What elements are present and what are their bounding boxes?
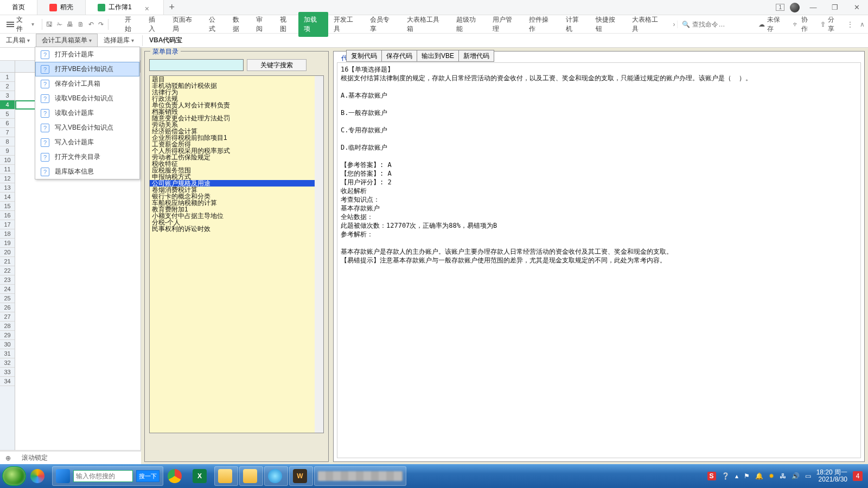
tab-home[interactable]: 首页 [0,0,37,15]
avatar[interactable] [790,3,800,12]
row-head-24[interactable]: 24 [0,285,15,294]
row-head-8[interactable]: 8 [0,137,15,146]
code-btn-3[interactable]: 新增代码 [458,50,494,62]
ribbon-tab-7[interactable]: 加载项 [298,12,328,37]
close-icon[interactable]: × [145,4,151,11]
ribbon-tab-5[interactable]: 审阅 [251,12,275,37]
ime-icon[interactable]: S [707,472,716,480]
accounting-toolbox-menu[interactable]: 会计工具箱菜单 [36,34,98,47]
row-head-4[interactable]: 4 [0,100,15,110]
row-head-1[interactable]: 1 [0,73,15,82]
tray-chevron-icon[interactable]: ▴ [735,472,738,480]
row-head-21[interactable]: 21 [0,257,15,266]
dropdown-item-8[interactable]: ?题库版本信息 [35,164,139,179]
more-icon[interactable]: ⋮ [847,21,853,28]
row-head-17[interactable]: 17 [0,220,15,229]
row-head-32[interactable]: 32 [0,358,15,368]
print-icon[interactable]: 🖶 [67,21,73,28]
ribbon-tab-6[interactable]: 视图 [275,12,298,37]
row-head-34[interactable]: 34 [0,377,15,386]
row-head-7[interactable]: 7 [0,128,15,137]
row-head-15[interactable]: 15 [0,202,15,211]
collab-button[interactable]: ᯤ协作 [793,15,814,34]
dropdown-item-7[interactable]: ?打开文件夹目录 [35,150,139,164]
taskbar-explorer[interactable] [239,466,263,486]
code-btn-2[interactable]: 输出到VBE [417,50,459,62]
row-head-12[interactable]: 12 [0,174,15,183]
dropdown-item-2[interactable]: ?保存会计工具箱 [35,76,139,91]
taskbar-blurred[interactable] [314,466,406,486]
dropdown-item-3[interactable]: ?读取VBE会计知识点 [35,91,139,106]
maximize-button[interactable]: ❐ [827,3,843,11]
app-menu-button[interactable]: 文件▾ [3,14,37,35]
row-head-27[interactable]: 27 [0,312,15,322]
redo-icon[interactable]: ↷ [98,21,104,28]
dropdown-item-5[interactable]: ?写入VBE会计知识点 [35,120,139,135]
code-text[interactable]: 16【单项选择题】 根据支付结算法律制度的规定，存款人日常经营活动的资金收付，以… [337,62,861,458]
row-head-2[interactable]: 2 [0,82,15,91]
tray-help-icon[interactable]: ❔ [722,472,730,480]
row-head-33[interactable]: 33 [0,368,15,377]
select-all-corner[interactable] [0,61,15,73]
print-preview-icon[interactable]: ✁ [57,21,62,28]
tray-bell-icon[interactable]: 🔔 [755,472,763,480]
window-mode-icon[interactable]: 1 [776,4,784,11]
row-head-6[interactable]: 6 [0,119,15,128]
taskbar-excel[interactable]: X [189,466,213,486]
ribbon-tab-1[interactable]: 插入 [143,12,167,37]
toolbox-menu[interactable]: 工具箱 [0,34,36,47]
start-button[interactable] [2,466,26,486]
row-head-30[interactable]: 30 [0,340,15,349]
row-head-26[interactable]: 26 [0,303,15,312]
ribbon-tab-4[interactable]: 数据 [227,12,251,37]
ribbon-tab-9[interactable]: 会员专享 [365,12,401,37]
dropdown-item-6[interactable]: ?写入会计题库 [35,135,139,150]
tray-clock[interactable]: 18:20 周一 2021/8/30 [816,469,847,483]
taskbar-search[interactable]: 搜一下 [52,466,163,486]
row-head-18[interactable]: 18 [0,229,15,239]
row-head-13[interactable]: 13 [0,183,15,192]
unsaved-button[interactable]: ☁未保存 [758,15,786,34]
row-head-10[interactable]: 10 [0,156,15,165]
ribbon-tab-2[interactable]: 页面布局 [167,12,203,37]
tray-notification-badge[interactable]: 4 [853,471,863,481]
row-head-23[interactable]: 23 [0,275,15,285]
command-search[interactable]: 🔍 [677,21,752,28]
row-head-11[interactable]: 11 [0,165,15,174]
row-headers[interactable]: 1234567891011121314151617181920212223242… [0,73,15,465]
tray-flag-icon[interactable]: ⚑ [744,472,750,480]
share-button[interactable]: ⇪分享 [820,15,840,34]
close-window-button[interactable]: ✕ [848,3,865,11]
export-icon[interactable]: 🗎 [78,21,84,28]
row-head-25[interactable]: 25 [0,294,15,303]
select-db-menu[interactable]: 选择题库 [98,34,140,47]
row-head-3[interactable]: 3 [0,91,15,100]
code-btn-1[interactable]: 保存代码 [381,50,417,62]
row-head-5[interactable]: 5 [0,110,15,119]
ribbon-tab-16[interactable]: 大表格工具 [627,12,669,37]
ribbon-tab-8[interactable]: 开发工具 [328,12,365,37]
collapse-ribbon-icon[interactable]: ∧ [860,21,865,28]
dropdown-item-1[interactable]: ?打开VBE会计知识点 [35,62,139,76]
tab-shell[interactable]: 稻壳 [37,0,86,15]
ribbon-tab-11[interactable]: 超级功能 [451,12,487,37]
ribbon-more-icon[interactable]: › [673,21,675,28]
ribbon-tab-3[interactable]: 公式 [203,12,227,37]
ribbon-tab-12[interactable]: 用户管理 [487,12,524,37]
row-head-16[interactable]: 16 [0,211,15,220]
taskbar-browser[interactable] [264,466,288,486]
topic-tree[interactable]: 题目非机动驳船的计税依据法律行为行政法规单位负责人对会计资料负责档案销毁随意变更… [149,75,324,433]
row-head-29[interactable]: 29 [0,331,15,340]
row-head-22[interactable]: 22 [0,266,15,275]
undo-icon[interactable]: ↶ [88,21,94,28]
taskbar-folder-1[interactable] [214,466,238,486]
tray-volume-icon[interactable]: 🔊 [792,472,800,480]
save-icon[interactable]: 🖫 [46,21,53,28]
code-btn-0[interactable]: 复制代码 [346,50,382,62]
status-settings[interactable]: ⊕ [5,454,11,462]
keyword-search-button[interactable]: 关键字搜索 [247,59,307,71]
row-head-20[interactable]: 20 [0,248,15,257]
dropdown-item-4[interactable]: ?读取会计题库 [35,106,139,120]
tree-scrollbar[interactable] [315,76,323,433]
ribbon-tab-14[interactable]: 计算机 [560,12,590,37]
